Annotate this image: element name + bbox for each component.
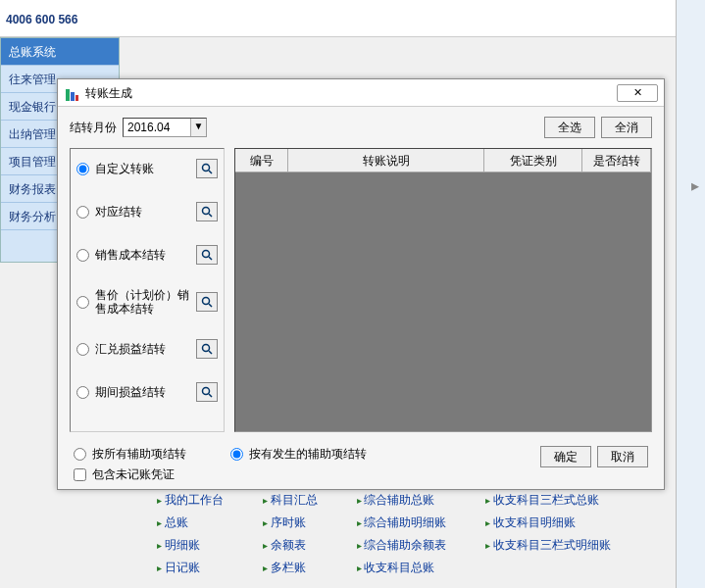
cancel-button[interactable]: 取消 [597, 446, 648, 467]
lookup-corresponding[interactable] [196, 202, 218, 221]
month-input[interactable] [124, 119, 190, 136]
radio-planned-price[interactable] [76, 296, 89, 309]
svg-rect-0 [66, 89, 70, 101]
svg-line-10 [209, 304, 212, 307]
svg-line-6 [209, 214, 212, 217]
month-select[interactable]: ▼ [123, 118, 207, 137]
app-icon [64, 85, 79, 101]
dialog-title-text: 转账生成 [85, 79, 617, 107]
sidebar-item-general-ledger[interactable]: 总账系统 [1, 38, 119, 66]
svg-line-4 [209, 171, 212, 173]
right-gutter: ▸ [676, 0, 705, 588]
svg-rect-2 [76, 95, 78, 101]
svg-line-14 [209, 394, 212, 397]
lookup-period-pl[interactable] [196, 382, 218, 402]
grid-body [235, 172, 651, 431]
col-carryover[interactable]: 是否结转 [582, 149, 651, 172]
dialog-titlebar: 转账生成 ✕ [58, 79, 664, 107]
transfer-type-panel: 自定义转账 对应结转 销售成本结转 售价（计划价）销售成本结转 汇兑损益结转 期… [70, 148, 225, 432]
lookup-custom[interactable] [196, 159, 218, 178]
link-detail-ledger[interactable]: 明细账 [157, 537, 224, 554]
result-grid: 编号 转账说明 凭证类别 是否结转 [234, 148, 652, 432]
top-bar: 4006 600 566 [0, 0, 705, 37]
radio-exchange[interactable] [76, 343, 89, 356]
phone-number: 4006 600 566 [6, 13, 77, 26]
close-button[interactable]: ✕ [617, 84, 658, 102]
link-aux-detail[interactable]: 综合辅助明细账 [357, 514, 447, 531]
link-income-3col-detail[interactable]: 收支科目三栏式明细账 [485, 537, 611, 554]
link-multicolumn[interactable]: 多栏账 [263, 560, 318, 576]
lookup-planned-price[interactable] [196, 292, 218, 312]
radio-sales-cost[interactable] [76, 249, 89, 262]
lookup-exchange[interactable] [196, 339, 218, 359]
radio-corresponding[interactable] [76, 206, 89, 219]
select-all-button[interactable]: 全选 [544, 117, 595, 138]
dropdown-icon[interactable]: ▼ [190, 119, 206, 136]
link-chrono-ledger[interactable]: 序时账 [263, 514, 318, 531]
lookup-sales-cost[interactable] [196, 245, 218, 265]
month-label: 结转月份 [70, 120, 117, 136]
link-balance[interactable]: 余额表 [263, 537, 318, 554]
col-voucher-type[interactable]: 凭证类别 [484, 149, 582, 172]
svg-point-5 [203, 208, 210, 215]
link-income-detail[interactable]: 收支科目明细账 [485, 514, 611, 531]
svg-point-9 [203, 298, 210, 305]
radio-custom[interactable] [76, 163, 89, 175]
svg-line-8 [209, 257, 212, 260]
grid-header: 编号 转账说明 凭证类别 是否结转 [235, 149, 651, 172]
col-number[interactable]: 编号 [235, 149, 288, 172]
svg-point-11 [203, 345, 210, 352]
opt-have-aux[interactable]: 按有发生的辅助项结转 [230, 446, 534, 463]
opt-all-aux[interactable]: 按所有辅助项结转 [74, 446, 230, 463]
link-journal[interactable]: 日记账 [157, 560, 224, 576]
transfer-dialog: 转账生成 ✕ 结转月份 ▼ 全选 全消 自定义转账 对应结转 销售成本结转 售价… [57, 78, 665, 490]
svg-rect-1 [71, 92, 75, 101]
link-aux-balance[interactable]: 综合辅助余额表 [357, 537, 447, 554]
ok-button[interactable]: 确定 [540, 446, 591, 467]
radio-period-pl[interactable] [76, 386, 89, 399]
col-description[interactable]: 转账说明 [288, 149, 484, 172]
svg-point-7 [203, 251, 210, 258]
background-links: 我的工作台 总账 明细账 日记账 科目汇总 序时账 余额表 多栏账 综合辅助总账… [157, 492, 676, 576]
opt-include-unposted[interactable]: 包含未记账凭证 [74, 466, 230, 483]
link-general-ledger[interactable]: 总账 [157, 514, 224, 531]
svg-point-13 [203, 388, 210, 395]
link-income-gl[interactable]: 收支科目总账 [357, 560, 447, 576]
select-none-button[interactable]: 全消 [601, 117, 652, 138]
svg-line-12 [209, 351, 212, 354]
expand-right-icon[interactable]: ▸ [691, 176, 699, 195]
svg-point-3 [203, 165, 210, 172]
